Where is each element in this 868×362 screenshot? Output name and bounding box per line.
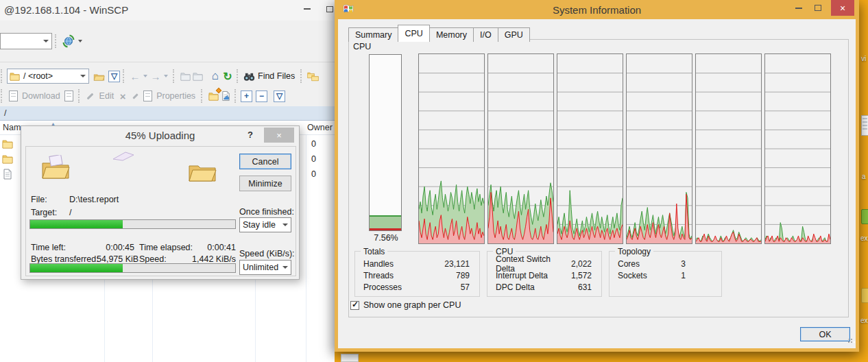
winscp-title: @192.168.1.104 - WinSCP [4,4,128,16]
minimize-button[interactable] [790,0,808,16]
binoculars-icon[interactable] [243,70,255,82]
toolbar-grip[interactable] [173,69,176,83]
download-icon[interactable] [7,90,19,102]
synchronize-icon[interactable] [306,70,319,82]
chevron-down-icon[interactable] [78,40,82,43]
tab-summary[interactable]: Summary [348,27,398,42]
cpu-core-graph-3 [557,53,623,244]
chevron-down-icon [282,224,288,226]
checkbox-box[interactable]: ✓ [350,301,359,310]
cpu-core-graph-6 [764,53,831,244]
forward-icon[interactable]: → [149,70,162,82]
cpu-core-graph-5 [695,53,762,244]
desktop-icon-fragment[interactable]: a [862,173,866,180]
sync-globe-icon[interactable] [61,34,76,49]
rename-icon[interactable] [129,90,141,102]
find-files-button[interactable]: Find Files [258,71,295,81]
home-directory-icon[interactable]: ⌂ [209,70,221,82]
stat-value: 57 [461,282,470,292]
once-finished-select[interactable]: Stay idle [239,217,291,232]
file-progress-fill [30,220,123,228]
sysinfo-title: System Information [335,4,859,16]
delete-icon[interactable]: × [117,90,129,102]
toolbar-grip[interactable] [123,69,126,83]
owner-value: 0 [311,154,316,164]
download-button[interactable]: Download [22,91,60,101]
help-icon[interactable]: ? [248,130,253,140]
new-folder-icon[interactable] [207,90,219,102]
chevron-down-icon[interactable] [143,75,147,77]
chevron-down-icon[interactable] [164,75,168,77]
maximize-button[interactable] [809,0,827,16]
increase-size-icon[interactable]: + [241,90,252,102]
filter-list-icon[interactable]: ▽ [274,90,285,102]
stat-value: 2,022 [571,259,592,269]
minimize-button[interactable]: Minimize [239,176,291,191]
open-directory-icon[interactable] [93,70,105,82]
cpu-core-graph-2 [487,53,554,244]
stat-value: 3 [681,259,686,269]
toolbar-grip[interactable] [1,69,4,83]
file-value: D:\test.report [69,195,119,204]
edit-icon[interactable] [84,90,97,102]
toolbar-grip[interactable] [300,69,304,83]
chevron-down-icon [43,40,49,43]
cancel-button[interactable]: Cancel [239,154,291,169]
root-directory-icon[interactable] [191,70,204,82]
toolbar-grip[interactable] [234,89,238,103]
column-header-owner[interactable]: Owner [307,123,333,132]
filter-icon[interactable]: ▽ [108,71,120,82]
winscp-titlebar[interactable]: @192.168.1.104 - WinSCP [0,0,335,21]
tab-i-o[interactable]: I/O [473,27,498,42]
folder-icon [2,154,13,165]
resize-grip[interactable] [851,339,852,340]
edit-button[interactable]: Edit [99,91,114,101]
desktop-icon-fragment[interactable] [861,209,868,224]
session-toolbar [0,30,335,52]
desktop-icon-fragment[interactable]: vi [861,55,866,62]
close-icon[interactable]: × [831,0,854,16]
sysinfo-tabs: SummaryCPUMemoryI/OGPU [348,25,529,42]
desktop-file-icon[interactable] [861,115,868,136]
ok-button[interactable]: OK [800,327,850,341]
speed-limit-select[interactable]: Unlimited [239,260,291,275]
desktop-folder-icon[interactable] [861,288,868,303]
remote-path-bar[interactable]: / [0,106,335,121]
refresh-icon[interactable]: ↻ [221,70,234,82]
cpu-core-graph-4 [626,53,692,244]
stat-label: DPC Delta [496,282,535,292]
time-left-label: Time left: [31,243,66,252]
address-toolbar: / <root> ▽ ← → ⌂ ↻ Find Files [0,66,335,86]
upload-dialog-titlebar[interactable]: 45% Uploading ? × [21,126,299,145]
desktop-icon-fragment[interactable]: ex [860,317,868,324]
transfer-animation-icon [112,151,135,166]
parent-directory-icon[interactable] [179,70,191,82]
toolbar-grip[interactable] [201,89,204,103]
copy-to-icon[interactable] [219,90,232,102]
session-combobox[interactable] [0,33,52,49]
decrease-size-icon[interactable]: − [256,90,267,102]
tab-memory[interactable]: Memory [429,27,474,42]
download-and-delete-icon[interactable] [63,90,75,102]
divider [0,62,335,62]
sysinfo-client-area: SummaryCPUMemoryI/OGPU CPU 7.56% Totals … [338,19,856,348]
sysinfo-titlebar[interactable]: System Information × [335,0,859,19]
show-one-graph-checkbox[interactable]: ✓ Show one graph per CPU [350,300,461,310]
back-icon[interactable]: ← [129,70,141,82]
toolbar-grip[interactable] [1,89,4,103]
bytes-transferred-label: Bytes transferred: [31,254,99,264]
tab-gpu[interactable]: GPU [498,27,530,42]
gauge-green-fill [370,215,401,228]
target-label: Target: [31,208,57,217]
properties-button[interactable]: Properties [156,91,195,101]
tab-cpu[interactable]: CPU [398,25,429,42]
stat-row: Context Switch Delta2,022 [487,258,601,269]
desktop-icon-fragment[interactable]: ex [860,234,868,242]
remote-path-combobox[interactable]: / <root> [7,69,89,84]
minimize-button[interactable] [297,0,317,18]
close-icon[interactable]: × [264,128,294,143]
toolbar-grip[interactable] [78,89,82,103]
toolbar-grip[interactable] [55,34,58,48]
properties-icon[interactable] [141,90,154,102]
toolbar-grip[interactable] [237,69,240,83]
